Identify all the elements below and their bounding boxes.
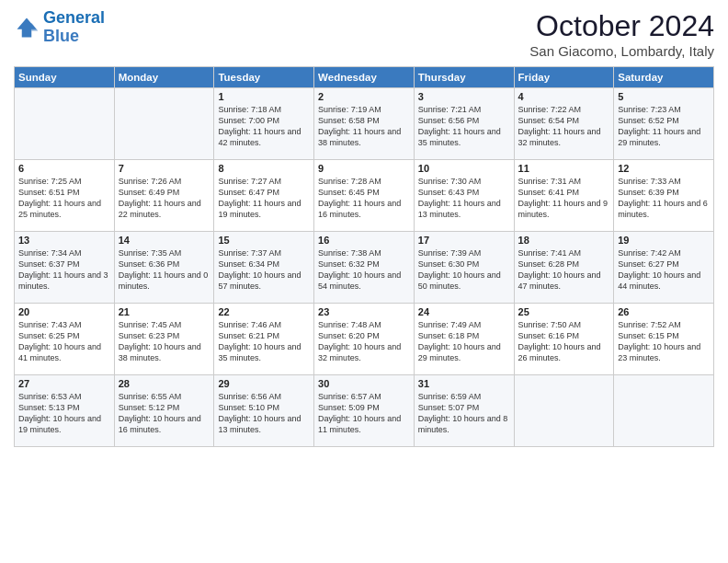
day-number: 4 [518,91,610,102]
cell-info: Sunrise: 7:33 AM Sunset: 6:39 PM Dayligh… [618,176,710,221]
calendar-cell: 4Sunrise: 7:22 AM Sunset: 6:54 PM Daylig… [514,88,614,160]
calendar-cell: 23Sunrise: 7:48 AM Sunset: 6:20 PM Dayli… [314,304,415,375]
calendar-cell: 9Sunrise: 7:28 AM Sunset: 6:45 PM Daylig… [314,160,415,232]
cell-info: Sunrise: 7:45 AM Sunset: 6:23 PM Dayligh… [119,319,210,364]
calendar-cell: 28Sunrise: 6:55 AM Sunset: 5:12 PM Dayli… [114,375,214,447]
day-number: 20 [18,306,110,317]
cell-info: Sunrise: 7:43 AM Sunset: 6:25 PM Dayligh… [18,319,110,364]
cell-info: Sunrise: 7:31 AM Sunset: 6:41 PM Dayligh… [518,176,610,221]
calendar-cell: 7Sunrise: 7:26 AM Sunset: 6:49 PM Daylig… [114,160,214,232]
location-title: San Giacomo, Lombardy, Italy [529,43,714,59]
cell-info: Sunrise: 7:22 AM Sunset: 6:54 PM Dayligh… [518,104,610,149]
day-number: 6 [18,163,110,174]
header: General Blue October 2024 San Giacomo, L… [14,9,714,59]
day-number: 3 [418,91,510,102]
cell-info: Sunrise: 7:35 AM Sunset: 6:36 PM Dayligh… [119,247,210,293]
week-row-3: 13Sunrise: 7:34 AM Sunset: 6:37 PM Dayli… [15,232,714,304]
day-number: 2 [318,91,410,102]
week-row-5: 27Sunrise: 6:53 AM Sunset: 5:13 PM Dayli… [15,375,714,447]
logo-icon [14,15,40,40]
cell-info: Sunrise: 6:56 AM Sunset: 5:10 PM Dayligh… [218,391,310,436]
col-header-saturday: Saturday [614,67,714,88]
day-number: 31 [418,378,510,389]
cell-info: Sunrise: 7:30 AM Sunset: 6:43 PM Dayligh… [418,176,510,221]
day-number: 9 [318,163,410,174]
calendar-cell: 25Sunrise: 7:50 AM Sunset: 6:16 PM Dayli… [514,304,614,375]
calendar-cell: 12Sunrise: 7:33 AM Sunset: 6:39 PM Dayli… [614,160,714,232]
day-number: 21 [119,306,210,317]
day-number: 5 [618,91,710,102]
cell-info: Sunrise: 7:27 AM Sunset: 6:47 PM Dayligh… [218,176,310,221]
day-number: 8 [218,163,310,174]
calendar-cell [15,88,115,160]
calendar-cell: 27Sunrise: 6:53 AM Sunset: 5:13 PM Dayli… [15,375,115,447]
cell-info: Sunrise: 7:49 AM Sunset: 6:18 PM Dayligh… [418,319,510,364]
week-row-1: 1Sunrise: 7:18 AM Sunset: 7:00 PM Daylig… [15,88,714,160]
day-number: 7 [119,163,210,174]
calendar-cell: 17Sunrise: 7:39 AM Sunset: 6:30 PM Dayli… [414,232,514,304]
cell-info: Sunrise: 7:48 AM Sunset: 6:20 PM Dayligh… [318,319,410,364]
cell-info: Sunrise: 7:34 AM Sunset: 6:37 PM Dayligh… [18,247,110,293]
page: General Blue October 2024 San Giacomo, L… [0,0,728,563]
col-header-friday: Friday [514,67,614,88]
calendar-cell: 15Sunrise: 7:37 AM Sunset: 6:34 PM Dayli… [214,232,314,304]
cell-info: Sunrise: 7:18 AM Sunset: 7:00 PM Dayligh… [218,104,310,149]
calendar-cell: 13Sunrise: 7:34 AM Sunset: 6:37 PM Dayli… [15,232,115,304]
day-number: 1 [218,91,310,102]
col-header-sunday: Sunday [15,67,115,88]
calendar-cell: 3Sunrise: 7:21 AM Sunset: 6:56 PM Daylig… [414,88,514,160]
cell-info: Sunrise: 7:37 AM Sunset: 6:34 PM Dayligh… [218,247,310,293]
title-block: October 2024 San Giacomo, Lombardy, Ital… [529,9,714,59]
day-number: 22 [218,306,310,317]
cell-info: Sunrise: 6:55 AM Sunset: 5:12 PM Dayligh… [119,391,210,436]
calendar-cell: 24Sunrise: 7:49 AM Sunset: 6:18 PM Dayli… [414,304,514,375]
day-number: 10 [418,163,510,174]
calendar-cell: 8Sunrise: 7:27 AM Sunset: 6:47 PM Daylig… [214,160,314,232]
calendar-cell: 5Sunrise: 7:23 AM Sunset: 6:52 PM Daylig… [614,88,714,160]
calendar-cell: 29Sunrise: 6:56 AM Sunset: 5:10 PM Dayli… [214,375,314,447]
day-number: 14 [119,235,210,246]
calendar-cell [614,375,714,447]
cell-info: Sunrise: 7:38 AM Sunset: 6:32 PM Dayligh… [318,247,410,293]
calendar-table: SundayMondayTuesdayWednesdayThursdayFrid… [14,66,714,447]
cell-info: Sunrise: 6:59 AM Sunset: 5:07 PM Dayligh… [418,391,510,436]
calendar-cell: 10Sunrise: 7:30 AM Sunset: 6:43 PM Dayli… [414,160,514,232]
calendar-cell: 22Sunrise: 7:46 AM Sunset: 6:21 PM Dayli… [214,304,314,375]
day-number: 19 [618,235,710,246]
calendar-cell: 2Sunrise: 7:19 AM Sunset: 6:58 PM Daylig… [314,88,415,160]
calendar-cell: 18Sunrise: 7:41 AM Sunset: 6:28 PM Dayli… [514,232,614,304]
col-header-thursday: Thursday [414,67,514,88]
calendar-cell [114,88,214,160]
day-number: 18 [518,235,610,246]
cell-info: Sunrise: 6:53 AM Sunset: 5:13 PM Dayligh… [18,391,110,436]
cell-info: Sunrise: 7:41 AM Sunset: 6:28 PM Dayligh… [518,247,610,293]
calendar-cell: 14Sunrise: 7:35 AM Sunset: 6:36 PM Dayli… [114,232,214,304]
week-row-2: 6Sunrise: 7:25 AM Sunset: 6:51 PM Daylig… [15,160,714,232]
cell-info: Sunrise: 7:52 AM Sunset: 6:15 PM Dayligh… [618,319,710,364]
cell-info: Sunrise: 6:57 AM Sunset: 5:09 PM Dayligh… [318,391,410,436]
day-number: 17 [418,235,510,246]
day-number: 30 [318,378,410,389]
calendar-cell: 31Sunrise: 6:59 AM Sunset: 5:07 PM Dayli… [414,375,514,447]
calendar-cell: 16Sunrise: 7:38 AM Sunset: 6:32 PM Dayli… [314,232,415,304]
month-title: October 2024 [529,9,714,43]
cell-info: Sunrise: 7:25 AM Sunset: 6:51 PM Dayligh… [18,176,110,221]
cell-info: Sunrise: 7:46 AM Sunset: 6:21 PM Dayligh… [218,319,310,364]
cell-info: Sunrise: 7:50 AM Sunset: 6:16 PM Dayligh… [518,319,610,364]
week-row-4: 20Sunrise: 7:43 AM Sunset: 6:25 PM Dayli… [15,304,714,375]
svg-marker-1 [31,23,38,31]
day-number: 16 [318,235,410,246]
day-number: 24 [418,306,510,317]
cell-info: Sunrise: 7:42 AM Sunset: 6:27 PM Dayligh… [618,247,710,293]
day-number: 27 [18,378,110,389]
logo-blue-word: Blue [43,28,105,46]
calendar-cell: 11Sunrise: 7:31 AM Sunset: 6:41 PM Dayli… [514,160,614,232]
cell-info: Sunrise: 7:21 AM Sunset: 6:56 PM Dayligh… [418,104,510,149]
day-number: 23 [318,306,410,317]
col-header-monday: Monday [114,67,214,88]
col-header-wednesday: Wednesday [314,67,415,88]
calendar-cell: 20Sunrise: 7:43 AM Sunset: 6:25 PM Dayli… [15,304,115,375]
logo-text: General Blue [43,9,105,46]
calendar-cell [514,375,614,447]
day-number: 25 [518,306,610,317]
